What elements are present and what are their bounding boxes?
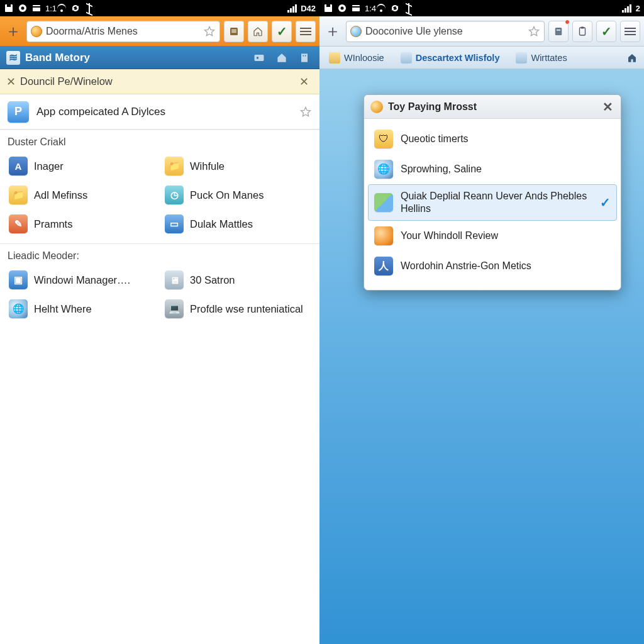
list-item[interactable]: ▣Windowi Manager…. <box>4 265 160 294</box>
list-item[interactable]: 🖥30 Satron <box>160 265 316 294</box>
popup-header: Toy Paying Mrosst ✕ <box>364 95 621 119</box>
orb-icon <box>374 226 393 245</box>
wifi-icon <box>57 3 67 13</box>
menu-button[interactable] <box>296 21 316 42</box>
category-header: ≋ Band Metory <box>0 47 319 69</box>
list-item[interactable]: 📁Wihfule <box>160 152 316 180</box>
svg-point-3 <box>21 7 25 10</box>
category-icon: ≋ <box>6 51 20 65</box>
svg-rect-18 <box>352 5 360 11</box>
popup-title: Toy Paying Mrosst <box>388 101 477 113</box>
svg-rect-19 <box>352 6 360 8</box>
featured-row[interactable]: P App compeicated A Diylces <box>0 94 319 130</box>
section2-label: Lieadic Meoder: <box>0 243 319 265</box>
featured-label: App compeicated A Diylces <box>36 106 165 118</box>
list-item[interactable]: ▭Dulak Mattles <box>160 209 316 238</box>
favorite-star-icon[interactable] <box>299 106 312 118</box>
tab-icon <box>329 52 340 64</box>
tab-icon <box>516 52 527 64</box>
close-notice-button[interactable]: ✕ <box>6 75 20 89</box>
new-tab-button[interactable]: ＋ <box>4 21 23 42</box>
tab-item[interactable]: Wirttates <box>509 47 574 69</box>
left-pane: 1:1 D42 ＋ ✓ ≋ Band Metory ✕ Douncil <box>0 0 319 644</box>
status-bar-left: 1:1 D42 <box>0 0 319 16</box>
bookmark-star-icon[interactable] <box>528 25 540 38</box>
svg-rect-5 <box>33 6 40 8</box>
svg-rect-13 <box>305 55 306 56</box>
popup-close-button[interactable]: ✕ <box>601 100 614 114</box>
overflow-button[interactable] <box>623 47 641 69</box>
tab-item[interactable]: WInloosie <box>322 47 391 69</box>
reader-button[interactable] <box>224 21 244 42</box>
list-item[interactable]: AInager <box>4 152 160 180</box>
address-bar[interactable] <box>346 21 545 42</box>
site-favicon-icon <box>350 26 362 37</box>
tab-item[interactable]: Descartext Wlisfoly <box>394 47 507 69</box>
gallery-icon[interactable] <box>250 50 268 66</box>
status-label-left: D42 <box>301 4 316 13</box>
list-item[interactable]: 🌐Helht Where <box>4 294 160 323</box>
sync-icon <box>390 3 400 13</box>
save-icon <box>4 3 14 13</box>
dismiss-notice-button[interactable]: ✕ <box>299 75 313 89</box>
picture-icon <box>374 193 393 212</box>
popup-item[interactable]: 人 Wordohin Anstrie-Gon Metics <box>368 251 617 281</box>
manager-icon: ▣ <box>9 270 28 289</box>
popup-item[interactable]: Your Whindoll Review <box>368 221 617 251</box>
confirm-button[interactable]: ✓ <box>596 21 616 42</box>
list-item[interactable]: 💻Profdle wse runteniatical <box>160 294 316 323</box>
svg-rect-11 <box>301 53 308 62</box>
section1-label: Duster Criakl <box>0 130 319 152</box>
svg-rect-12 <box>303 55 304 56</box>
check-icon: ✓ <box>600 195 611 211</box>
house-icon[interactable] <box>273 50 291 66</box>
svg-rect-1 <box>7 4 11 7</box>
address-bar[interactable] <box>26 21 220 42</box>
sync-icon <box>70 3 80 13</box>
popup-item[interactable]: 🛡 Queotic timerts <box>368 124 617 154</box>
list-item[interactable]: ✎Pramnts <box>4 209 160 238</box>
svg-rect-9 <box>255 55 264 61</box>
clipboard-button[interactable] <box>572 21 592 42</box>
status-time-left: 1:1 <box>45 4 57 13</box>
bookmark-star-icon[interactable] <box>203 25 216 38</box>
new-tab-button[interactable]: ＋ <box>323 21 342 42</box>
card-icon <box>31 3 42 13</box>
svg-rect-4 <box>33 5 40 11</box>
svg-rect-8 <box>231 31 236 33</box>
notification-dot-icon <box>565 19 570 25</box>
menu-button[interactable] <box>620 21 640 42</box>
site-favicon-icon <box>31 26 42 37</box>
popup-item[interactable]: 🌐 Sprowhing, Saline <box>368 154 617 184</box>
save-icon <box>323 3 333 13</box>
url-input[interactable] <box>365 26 524 37</box>
list-item[interactable]: ◷Puck On Manes <box>160 180 316 209</box>
svg-rect-20 <box>555 28 562 35</box>
svg-point-17 <box>341 7 344 10</box>
target-icon <box>18 3 28 13</box>
url-input[interactable] <box>46 26 199 37</box>
app-icon: A <box>9 157 28 175</box>
globe-icon: 🌐 <box>9 299 28 318</box>
home-button[interactable] <box>248 21 268 42</box>
popup-title-icon <box>370 101 383 113</box>
status-bar-right: 1:4 2 <box>319 0 644 16</box>
popup-window: Toy Paying Mrosst ✕ 🛡 Queotic timerts 🌐 … <box>364 94 621 291</box>
featured-app-icon: P <box>8 101 29 123</box>
list-item[interactable]: 📁Adl Mefinss <box>4 180 160 209</box>
bookmarks-bar: WInloosie Descartext Wlisfoly Wirttates <box>319 47 644 69</box>
signal-icon <box>287 3 297 13</box>
clock-icon: ◷ <box>165 186 184 204</box>
building-icon[interactable] <box>296 50 313 66</box>
folder-icon: 📁 <box>9 186 28 204</box>
window-icon: ▭ <box>165 214 184 233</box>
svg-rect-7 <box>231 30 236 31</box>
target-icon <box>337 3 347 13</box>
notice-row: ✕ Douncil Pe/Winelow ✕ <box>0 69 319 94</box>
confirm-button[interactable]: ✓ <box>272 21 292 42</box>
popup-item-selected[interactable]: Quiak Deplial Reann Uever Ands Phebles H… <box>368 184 617 221</box>
signal-icon <box>622 3 632 13</box>
downloads-button[interactable] <box>548 21 569 42</box>
browser-toolbar-right: ＋ ✓ <box>319 16 644 47</box>
category-title: Band Metory <box>25 52 90 64</box>
